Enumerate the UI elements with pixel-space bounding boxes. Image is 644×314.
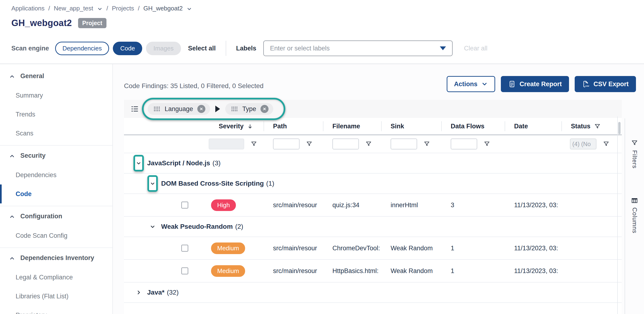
finding-row[interactable]: Mediumsrc/main/resourChromeDevTool:Weak … xyxy=(124,237,622,260)
group-by-chip-language[interactable]: Language xyxy=(148,103,210,115)
finding-row[interactable]: Mediumsrc/main/resourHttpBasics.html:Wea… xyxy=(124,260,622,282)
severity-badge: High xyxy=(211,199,236,211)
select-all-button[interactable]: Select all xyxy=(188,45,216,52)
filter-funnel-icon[interactable] xyxy=(306,140,313,148)
filter-funnel-icon[interactable] xyxy=(250,140,258,148)
drag-handle-icon[interactable] xyxy=(153,106,160,112)
title-row: GH_webgoat2 Project xyxy=(11,18,106,28)
sink-filter-cell xyxy=(381,139,441,149)
breadcrumb-project-name[interactable]: GH_webgoat2 xyxy=(143,5,183,12)
status-filter-value[interactable]: (4) (No xyxy=(570,139,596,149)
status-filter-cell: (4) (No xyxy=(562,139,622,149)
severity-filter-box xyxy=(209,139,244,149)
chevron-down-icon[interactable] xyxy=(97,6,103,12)
chevron-down-icon[interactable] xyxy=(186,6,192,12)
group-count: (32) xyxy=(167,289,179,296)
sort-descending-icon[interactable] xyxy=(247,123,253,130)
collapse-group-icon[interactable] xyxy=(148,221,158,232)
vertical-scrollbar-thumb[interactable] xyxy=(618,122,620,134)
svg-text:csv: csv xyxy=(586,85,590,87)
csv-export-button[interactable]: csv CSV Export xyxy=(575,76,636,92)
sidebar-section-header[interactable]: Dependencies Inventory xyxy=(0,248,112,268)
severity-cell: High xyxy=(208,199,264,211)
remove-chip-icon[interactable] xyxy=(260,105,268,113)
sidebar-item-dependencies[interactable]: Dependencies xyxy=(0,166,112,184)
group-row: JavaScript / Node.js(3) xyxy=(124,153,622,174)
filter-funnel-icon[interactable] xyxy=(483,140,490,148)
column-header-sink[interactable]: Sink xyxy=(381,118,441,135)
tab-columns[interactable]: Columns xyxy=(631,207,638,233)
sink-cell: innerHtml xyxy=(381,201,441,209)
collapse-group-icon[interactable] xyxy=(149,180,156,187)
sidebar-section-header[interactable]: General xyxy=(0,66,112,86)
sidebar-item-summary[interactable]: Summary xyxy=(0,86,112,105)
actions-button[interactable]: Actions xyxy=(447,76,495,92)
findings-summary: Code Findings: 35 Listed, 0 Filtered, 0 … xyxy=(124,82,264,90)
sidebar-item-libraries-flat-list-[interactable]: Libraries (Flat List) xyxy=(0,287,112,306)
group-by-chip-type[interactable]: Type xyxy=(225,103,273,115)
expand-group-icon[interactable] xyxy=(134,287,144,298)
scan-engine-code-pill[interactable]: Code xyxy=(113,42,142,55)
sidebar-item-code-scan-config[interactable]: Code Scan Config xyxy=(0,226,112,245)
date-cell: 11/13/2023, 03: xyxy=(505,245,562,252)
column-header-filename[interactable]: Filename xyxy=(323,118,381,135)
create-report-button[interactable]: Create Report xyxy=(501,76,569,92)
row-checkbox-cell xyxy=(181,245,208,252)
labels-label: Labels xyxy=(236,45,256,52)
chevron-up-icon xyxy=(9,153,15,159)
collapse-group-icon[interactable] xyxy=(135,160,142,166)
row-checkbox[interactable] xyxy=(181,245,188,252)
column-header-data-flows[interactable]: Data Flows xyxy=(441,118,505,135)
sink-filter-input[interactable] xyxy=(390,139,417,149)
columns-icon[interactable] xyxy=(631,197,638,204)
row-checkbox[interactable] xyxy=(181,201,188,209)
breadcrumb-projects[interactable]: Projects xyxy=(112,5,134,12)
sidebar-item-code[interactable]: Code xyxy=(0,184,112,203)
filter-funnel-icon[interactable] xyxy=(423,140,430,148)
path-filter-input[interactable] xyxy=(273,139,300,149)
scan-engine-dependencies-pill[interactable]: Dependencies xyxy=(55,42,109,55)
sidebar-item-proprietary[interactable]: Proprietary xyxy=(0,306,112,314)
group-by-icon[interactable] xyxy=(130,105,139,113)
scan-engine-images-pill[interactable]: Images xyxy=(146,42,181,55)
filter-funnel-icon[interactable] xyxy=(365,140,372,148)
sidebar-section: SecurityDependenciesCode xyxy=(0,145,112,206)
dropdown-caret-icon[interactable] xyxy=(440,47,446,50)
column-header-status[interactable]: Status xyxy=(562,118,622,135)
data-flows-filter-cell xyxy=(441,139,505,149)
filter-applied-icon[interactable] xyxy=(594,123,601,130)
chevron-down-icon xyxy=(481,81,488,87)
filter-funnel-icon[interactable] xyxy=(602,140,610,148)
scan-engine-label: Scan engine xyxy=(11,45,49,52)
column-header-path[interactable]: Path xyxy=(264,118,323,135)
drag-handle-icon[interactable] xyxy=(231,106,238,112)
severity-badge: Medium xyxy=(211,265,245,277)
remove-chip-icon[interactable] xyxy=(197,105,205,113)
breadcrumb-applications[interactable]: Applications xyxy=(11,5,44,12)
chevron-up-icon xyxy=(9,255,15,261)
finding-row[interactable]: Highsrc/main/resourquiz.js:34innerHtml31… xyxy=(124,194,622,217)
filename-filter-input[interactable] xyxy=(332,139,359,149)
sidebar-item-trends[interactable]: Trends xyxy=(0,105,112,124)
column-header-severity[interactable]: Severity xyxy=(208,118,264,135)
column-label: Severity xyxy=(218,123,244,130)
sidebar-section-header[interactable]: Configuration xyxy=(0,206,112,226)
labels-input[interactable] xyxy=(270,45,436,52)
data-flows-filter-input[interactable] xyxy=(451,139,477,149)
annotation-highlight-box xyxy=(148,175,158,192)
clear-all-button[interactable]: Clear all xyxy=(464,45,488,52)
row-checkbox-cell xyxy=(181,201,208,209)
sidebar-section-header[interactable]: Security xyxy=(0,146,112,166)
row-checkbox[interactable] xyxy=(181,267,188,274)
sidebar-section-title: Configuration xyxy=(20,213,62,220)
sidebar-section-title: Dependencies Inventory xyxy=(20,254,94,262)
data-flows-cell: 1 xyxy=(441,267,505,275)
breadcrumb-application-name[interactable]: New_app_test xyxy=(54,5,93,12)
column-header-date[interactable]: Date xyxy=(505,118,562,135)
labels-select[interactable] xyxy=(263,41,452,56)
table-body: JavaScript / Node.js(3)DOM Based Cross-S… xyxy=(124,153,622,303)
filters-funnel-icon[interactable] xyxy=(631,139,638,147)
tab-filters[interactable]: Filters xyxy=(631,150,638,169)
sidebar-item-scans[interactable]: Scans xyxy=(0,124,112,143)
sidebar-item-legal-compliance[interactable]: Legal & Compliance xyxy=(0,268,112,287)
